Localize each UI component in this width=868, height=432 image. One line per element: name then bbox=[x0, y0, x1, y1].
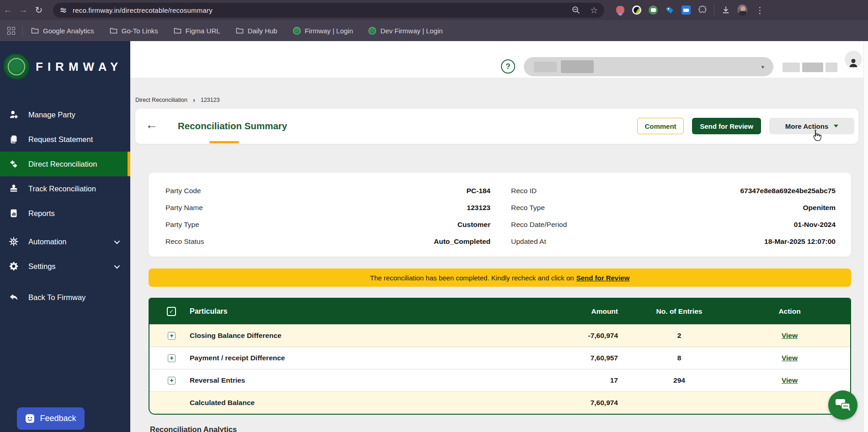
user-avatar[interactable] bbox=[845, 51, 862, 68]
sidebar-item-direct-reconciliation[interactable]: Direct Reconciliation bbox=[0, 152, 130, 176]
help-icon[interactable]: ? bbox=[501, 59, 515, 74]
bookmark-google-analytics[interactable]: Google Analytics bbox=[31, 27, 94, 35]
redacted-entity-text bbox=[534, 62, 557, 72]
detail-label: Reco Type bbox=[511, 204, 545, 212]
folder-icon bbox=[236, 27, 244, 34]
details-left-column: Party Code PC-184 Party Name 123123 Part… bbox=[149, 182, 490, 257]
banner-send-for-review-link[interactable]: Send for Review bbox=[576, 274, 630, 282]
row-entries: 2 bbox=[618, 332, 740, 340]
bookmark-firmway-login[interactable]: Firmway | Login bbox=[293, 27, 353, 35]
browser-menu-icon[interactable]: ⋮ bbox=[756, 5, 764, 16]
bookmark-figma-url[interactable]: Figma URL bbox=[174, 27, 220, 35]
bookmark-go-to-links[interactable]: Go-To Links bbox=[110, 27, 158, 35]
detail-label: Reco Status bbox=[165, 237, 204, 246]
sidebar-item-settings[interactable]: Settings bbox=[0, 254, 130, 279]
row-particulars: Closing Balance Difference bbox=[190, 332, 386, 340]
automation-icon bbox=[8, 236, 19, 247]
manage-party-icon bbox=[8, 109, 19, 120]
sidebar-item-automation[interactable]: Automation bbox=[0, 229, 130, 254]
direct-reconciliation-icon bbox=[8, 158, 19, 169]
folder-icon bbox=[174, 27, 181, 34]
chevron-down-icon bbox=[114, 263, 120, 269]
send-for-review-button[interactable]: Send for Review bbox=[692, 118, 761, 134]
bookmark-dev-firmway-login[interactable]: Dev Firmway | Login bbox=[368, 27, 442, 35]
downloads-icon[interactable] bbox=[721, 5, 731, 15]
bookmark-label: Google Analytics bbox=[43, 27, 94, 35]
expand-row-icon[interactable]: + bbox=[168, 377, 176, 385]
back-button[interactable]: ← bbox=[145, 117, 158, 133]
sidebar-item-reports[interactable]: Reports bbox=[0, 201, 130, 226]
table-row: + Closing Balance Difference -7,60,974 2… bbox=[149, 324, 850, 347]
view-link[interactable]: View bbox=[782, 354, 798, 362]
reco-details-card: Party Code PC-184 Party Name 123123 Part… bbox=[149, 173, 851, 257]
active-indicator bbox=[128, 152, 130, 176]
comment-button[interactable]: Comment bbox=[637, 118, 684, 134]
table-row-calculated-balance: Calculated Balance 7,60,974 bbox=[149, 391, 850, 414]
help-question-mark: ? bbox=[506, 62, 510, 71]
sidebar-item-label: Track Reconciliation bbox=[28, 184, 96, 193]
row-amount: 7,60,974 bbox=[386, 399, 618, 407]
detail-value: 01-Nov-2024 bbox=[794, 221, 836, 229]
sidebar-item-track-reconciliation[interactable]: Track Reconciliation bbox=[0, 176, 130, 201]
browser-back-icon[interactable]: ← bbox=[0, 5, 16, 15]
bookmarks-bar: Google Analytics Go-To Links Figma URL D… bbox=[0, 20, 868, 41]
detail-row: Updated At 18-Mar-2025 12:07:00 bbox=[511, 233, 836, 250]
check-icon: ✓ bbox=[169, 308, 174, 315]
expand-row-icon[interactable]: + bbox=[168, 354, 176, 362]
bookmark-daily-hub[interactable]: Daily Hub bbox=[236, 27, 277, 35]
detail-row: Reco Status Auto_Completed bbox=[165, 233, 490, 250]
tag-extension-icon[interactable] bbox=[665, 5, 675, 15]
dark-theme-extension-icon[interactable] bbox=[632, 5, 642, 15]
row-particulars: Calculated Balance bbox=[190, 399, 386, 407]
column-header-entries: No. of Entries bbox=[618, 307, 740, 316]
robot-extension-icon[interactable] bbox=[648, 5, 658, 15]
feedback-button[interactable]: Feedback bbox=[17, 407, 85, 430]
extensions-puzzle-icon[interactable] bbox=[698, 5, 708, 15]
entity-selector-dropdown[interactable]: ▾ bbox=[524, 57, 773, 76]
chat-support-button[interactable] bbox=[828, 390, 857, 420]
breadcrumb-chevron-icon: › bbox=[193, 96, 195, 104]
chevron-down-icon bbox=[114, 238, 120, 244]
bookmark-label: Go-To Links bbox=[122, 27, 158, 35]
browser-forward-icon[interactable]: → bbox=[16, 5, 31, 15]
sidebar-item-request-statement[interactable]: Request Statement bbox=[0, 127, 130, 152]
more-actions-button[interactable]: More Actions bbox=[769, 118, 854, 134]
firmway-seal-icon bbox=[368, 27, 376, 35]
bookmark-star-icon[interactable]: ☆ bbox=[590, 6, 598, 15]
apps-grid-icon[interactable] bbox=[7, 27, 15, 35]
expand-row-icon[interactable]: + bbox=[168, 332, 176, 340]
select-all-checkbox[interactable]: ✓ bbox=[167, 307, 176, 316]
sidebar-item-back-to-firmway[interactable]: Back To Firmway bbox=[0, 285, 130, 310]
sidebar-item-manage-party[interactable]: Manage Party bbox=[0, 102, 130, 127]
table-row: + Payment / receipt Difference 7,60,957 … bbox=[149, 347, 850, 369]
url-text[interactable]: reco.firmway.in/directrecotable/recosumm… bbox=[73, 6, 213, 14]
site-settings-icon[interactable] bbox=[59, 6, 67, 14]
table-row: + Reversal Entries 17 294 View bbox=[149, 369, 850, 391]
page-scrollbar[interactable] bbox=[863, 41, 868, 432]
plus-icon: + bbox=[170, 355, 173, 361]
smiley-icon bbox=[25, 414, 35, 423]
browser-toolbar: ← → ↻ reco.firmway.in/directrecotable/re… bbox=[0, 0, 868, 20]
title-card: ← Reconciliation Summary Comment Send fo… bbox=[135, 109, 858, 144]
toolbar-separator bbox=[714, 5, 714, 15]
more-actions-label: More Actions bbox=[785, 122, 828, 130]
breadcrumb-current: 123123 bbox=[201, 97, 220, 103]
completion-banner: The reconciliation has been completed. K… bbox=[149, 269, 851, 287]
view-link[interactable]: View bbox=[782, 332, 798, 339]
comment-button-label: Comment bbox=[644, 122, 676, 130]
strawberry-extension-icon[interactable] bbox=[615, 5, 625, 15]
sidebar-item-label: Settings bbox=[28, 262, 56, 271]
ruler-extension-icon[interactable] bbox=[681, 5, 691, 15]
plus-icon: + bbox=[170, 332, 173, 339]
view-link[interactable]: View bbox=[782, 376, 798, 384]
detail-row: Reco Date/Period 01-Nov-2024 bbox=[511, 216, 836, 233]
browser-reload-icon[interactable]: ↻ bbox=[31, 5, 47, 16]
detail-row: Party Code PC-184 bbox=[165, 182, 490, 199]
detail-value: PC-184 bbox=[466, 187, 490, 195]
browser-profile-avatar[interactable] bbox=[737, 5, 747, 15]
row-amount: 17 bbox=[386, 376, 618, 385]
zoom-out-icon[interactable] bbox=[572, 6, 580, 14]
breadcrumb-parent[interactable]: Direct Reconciliation bbox=[135, 97, 187, 103]
address-bar[interactable]: reco.firmway.in/directrecotable/recosumm… bbox=[53, 3, 604, 18]
reconciliation-summary-table: ✓ Particulars Amount No. of Entries Acti… bbox=[149, 298, 851, 415]
